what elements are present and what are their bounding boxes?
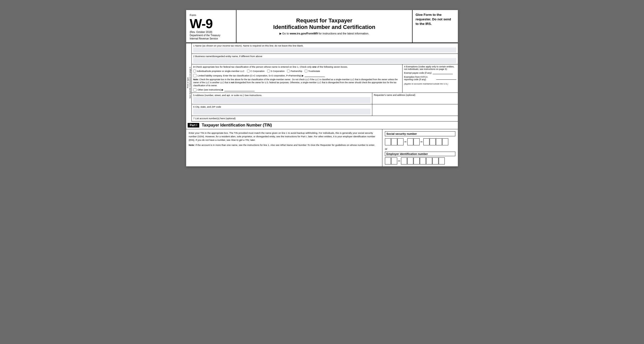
part1-note: Note: If the account is in more than one…	[189, 143, 380, 147]
exemptions-section: 4 Exemptions (codes apply only to certai…	[403, 64, 458, 93]
line5-input[interactable]	[193, 97, 371, 103]
ein-box-3[interactable]	[401, 157, 407, 164]
ein-box-5[interactable]	[414, 157, 420, 164]
ssn-box-4[interactable]	[407, 138, 413, 145]
trust-label: Trust/estate	[308, 70, 320, 72]
part1-header: Part I Taxpayer Identification Number (T…	[186, 121, 458, 129]
checkboxes-row: Individual/sole proprietor or single-mem…	[193, 70, 401, 72]
ssn-section-title: Social security number	[385, 131, 455, 136]
line3-title: 3 Check appropriate box for federal tax …	[193, 65, 401, 68]
form-body: Print or type. See Specific Instructions…	[186, 43, 458, 121]
side-label: Print or type. See Specific Instructions…	[186, 43, 192, 121]
checkbox-partnership[interactable]: Partnership	[287, 70, 302, 72]
ssn-box-6[interactable]	[423, 138, 429, 145]
part1-body: Enter your TIN in the appropriate box. T…	[186, 129, 458, 167]
ein-box-4[interactable]	[407, 157, 413, 164]
header-right: Give Form to the requester. Do not send …	[413, 10, 458, 42]
ein-box-6[interactable]	[420, 157, 426, 164]
ein-box-1[interactable]	[385, 157, 391, 164]
ssn-box-7[interactable]	[430, 138, 436, 145]
fatca-field: Exemption from FATCA reporting code (if …	[404, 76, 456, 81]
ssn-box-3[interactable]	[397, 138, 404, 145]
line2-label: 2 Business name/disregarded entity name,…	[192, 54, 458, 58]
exempt-payee-label: Exempt payee code (if any)	[404, 72, 432, 74]
instructions-text: Give Form to the requester. Do not send …	[416, 13, 451, 26]
ein-box-7[interactable]	[426, 157, 432, 164]
exempt-payee-input[interactable]	[433, 71, 453, 74]
line5-label: 5 Address (number, street, and apt. or s…	[192, 93, 372, 97]
other-input[interactable]	[224, 89, 255, 91]
line6-side	[372, 104, 458, 116]
w9-form: Form W-9 (Rev. October 2018) Department …	[186, 10, 458, 167]
ein-box-9[interactable]	[439, 157, 445, 164]
exempt-payee-field: Exempt payee code (if any)	[404, 71, 456, 74]
individual-checkbox[interactable]	[193, 70, 196, 72]
llc-checkbox[interactable]	[193, 74, 196, 77]
fatca-label: Exemption from FATCA reporting code (if …	[404, 76, 435, 81]
trust-checkbox[interactable]	[305, 70, 307, 72]
partnership-label: Partnership	[291, 70, 302, 72]
form-subtitle: Identification Number and Certification	[273, 24, 375, 30]
part1-title: Taxpayer Identification Number (TIN)	[202, 123, 272, 127]
form-rev: (Rev. October 2018)	[190, 31, 232, 33]
line6-main: 6 City, state, and ZIP code	[192, 104, 372, 116]
s-corp-checkbox[interactable]	[267, 70, 270, 72]
ein-box-2[interactable]	[391, 157, 397, 164]
ssn-box-1[interactable]	[385, 138, 391, 145]
form-number: W-9	[190, 17, 232, 30]
ein-dash: –	[398, 159, 400, 163]
fatca-input[interactable]	[436, 77, 456, 80]
requester-section: Requester's name and address (optional)	[372, 93, 458, 104]
ssn-group2	[407, 138, 420, 145]
header-left: Form W-9 (Rev. October 2018) Department …	[186, 10, 236, 42]
ein-boxes: –	[385, 157, 455, 164]
ssn-group3	[423, 138, 448, 145]
llc-row: Limited liability company. Enter the tax…	[193, 74, 401, 77]
s-corp-label: S Corporation	[271, 70, 285, 72]
line7-label: 7 List account number(s) here (optional)	[192, 116, 458, 121]
ssn-box-9[interactable]	[442, 138, 448, 145]
line3-left: 3 Check appropriate box for federal tax …	[192, 64, 403, 93]
llc-label: Limited liability company. Enter the tax…	[197, 74, 304, 77]
form-goto: ▶ Go to www.irs.gov/FormW9 for instructi…	[279, 32, 369, 35]
checkbox-s-corp[interactable]: S Corporation	[267, 70, 285, 72]
line6-row: 6 City, state, and ZIP code	[192, 104, 458, 116]
line1-label: 1 Name (as shown on your income tax retu…	[192, 43, 458, 48]
line6-label: 6 City, state, and ZIP code	[192, 104, 372, 109]
checkbox-c-corp[interactable]: C Corporation	[247, 70, 265, 72]
checkbox-individual[interactable]: Individual/sole proprietor or single-mem…	[193, 70, 245, 72]
ein-box-8[interactable]	[432, 157, 438, 164]
llc-classification-input[interactable]	[305, 74, 325, 77]
other-label: Other (see instructions) ▶	[197, 89, 223, 91]
checkbox-trust[interactable]: Trust/estate	[305, 70, 320, 72]
line5-main: 5 Address (number, street, and apt. or s…	[192, 93, 372, 104]
ein-group2	[401, 157, 445, 164]
other-row: Other (see instructions) ▶	[193, 88, 401, 92]
ssn-dash2: –	[420, 140, 423, 144]
fatca-note: (Applies to accounts maintained outside …	[404, 83, 456, 85]
ssn-group1	[385, 138, 404, 145]
c-corp-label: C Corporation	[251, 70, 265, 72]
ssn-box-8[interactable]	[436, 138, 442, 145]
ein-label: Employer identification number	[385, 152, 455, 156]
part1-right: Social security number – –	[382, 129, 458, 166]
ssn-dash1: –	[404, 140, 407, 144]
line1-input[interactable]	[193, 48, 456, 53]
ein-group1	[385, 157, 397, 164]
line2-row: 2 Business name/disregarded entity name,…	[192, 54, 458, 64]
partnership-checkbox[interactable]	[287, 70, 290, 72]
form-header: Form W-9 (Rev. October 2018) Department …	[186, 10, 458, 43]
ssn-box-5[interactable]	[414, 138, 420, 145]
other-checkbox[interactable]	[193, 88, 196, 92]
note-text: Note: Check the appropriate box in the l…	[193, 78, 401, 87]
line2-input[interactable]	[193, 58, 456, 63]
form-dept2: Internal Revenue Service	[190, 37, 232, 40]
line6-input[interactable]	[193, 109, 371, 115]
ssn-box-2[interactable]	[391, 138, 397, 145]
line1-row: 1 Name (as shown on your income tax retu…	[192, 43, 458, 54]
individual-label: Individual/sole proprietor or single-mem…	[197, 70, 245, 72]
line3-row: 3 Check appropriate box for federal tax …	[192, 64, 458, 93]
requester-label: Requester's name and address (optional)	[374, 94, 415, 96]
c-corp-checkbox[interactable]	[247, 70, 250, 72]
header-center: Request for Taxpayer Identification Numb…	[236, 10, 413, 42]
